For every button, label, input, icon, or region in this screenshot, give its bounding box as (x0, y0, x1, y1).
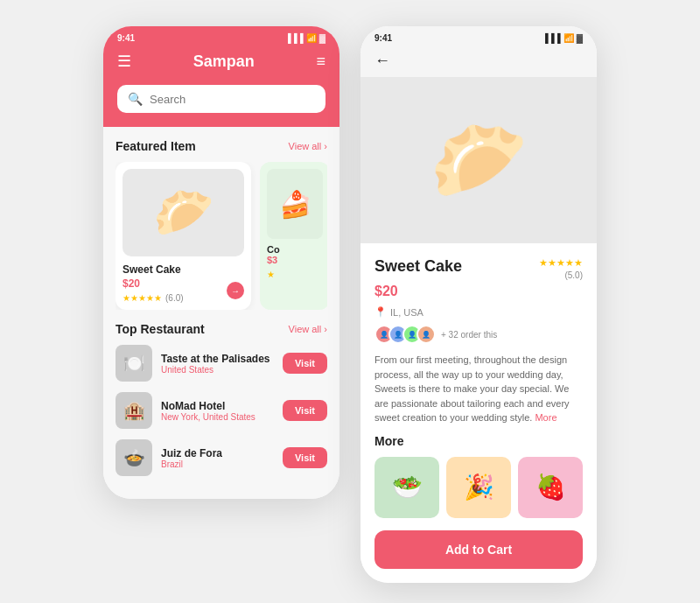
more-img-2[interactable]: 🍓 (518, 457, 583, 518)
restaurant-loc-1: New York, United States (161, 412, 274, 422)
dumpling-emoji: 🥟 (153, 184, 214, 242)
stars-1: ★★★★★ (122, 293, 162, 303)
avatars-group: 👤 👤 👤 👤 (374, 325, 436, 344)
restaurant-info-0: Taste at the Palisades United States (161, 353, 274, 375)
header-1: ☰ Sampan ≡ (103, 46, 340, 85)
food-image-2: 🍰 (267, 169, 323, 239)
wifi-icon-2: 📶 (564, 33, 574, 43)
avatar-4: 👤 (416, 325, 436, 344)
pin-icon: 📍 (374, 306, 387, 318)
detail-price: $20 (374, 284, 583, 299)
restaurant-item-2: 🍲 Juiz de Fora Brazil Visit (116, 439, 327, 476)
stars-2: ★ (267, 270, 275, 279)
search-input-wrap[interactable]: 🔍 (117, 85, 326, 113)
detail-food-name: Sweet Cake (374, 257, 462, 276)
more-img-1[interactable]: 🎉 (446, 457, 511, 518)
rating-count-1: (6.0) (165, 293, 184, 303)
visit-btn-0[interactable]: Visit (283, 353, 327, 374)
top-restaurant-title: Top Restaurant (116, 322, 205, 336)
status-bar-1: 9:41 ▐▐▐ 📶 ▓ (103, 26, 340, 46)
screen-container: 9:41 ▐▐▐ 📶 ▓ ☰ Sampan ≡ 🔍 Featured Item (77, 0, 623, 603)
status-time-1: 9:41 (117, 33, 135, 43)
search-bar: 🔍 (103, 85, 340, 127)
food-name-1: Sweet Cake (122, 263, 244, 276)
food-price-2: $3 (267, 255, 323, 265)
app-title: Sampan (193, 53, 255, 71)
main-body-1: Featured Item View all › 🥟 Sweet Cake $2… (103, 127, 340, 310)
detail-rating-count: (5.0) (564, 270, 583, 280)
detail-title-row: Sweet Cake ★★★★★ (5.0) (374, 257, 583, 280)
restaurant-item-1: 🏨 NoMad Hotel New York, United States Vi… (116, 392, 327, 429)
featured-section-header: Featured Item View all › (116, 139, 327, 153)
avatars-row: 👤 👤 👤 👤 + 32 order this (374, 325, 583, 344)
status-bar-2: 9:41 ▐▐▐ 📶 ▓ (360, 26, 597, 46)
food-name-2: Co (267, 244, 323, 255)
visit-btn-1[interactable]: Visit (283, 400, 327, 421)
search-input[interactable] (150, 93, 315, 106)
restaurant-info-2: Juiz de Fora Brazil (161, 447, 274, 469)
featured-scroll: 🥟 Sweet Cake $20 ★★★★★ (6.0) → 🍰 Co $3 ★ (116, 162, 327, 310)
hero-image: 🥟 (360, 77, 597, 243)
order-count: + 32 order this (441, 330, 497, 340)
restaurant-thumb-1: 🏨 (116, 392, 152, 429)
screen-1: 9:41 ▐▐▐ 📶 ▓ ☰ Sampan ≡ 🔍 Featured Item (103, 26, 340, 499)
restaurant-item-0: 🍽️ Taste at the Palisades United States … (116, 345, 327, 382)
back-bar: ← (360, 46, 597, 77)
featured-card-2[interactable]: 🍰 Co $3 ★ (260, 162, 327, 310)
signal-icons-2: ▐▐▐ 📶 ▓ (542, 33, 583, 43)
restaurant-loc-0: United States (161, 365, 274, 375)
signal-icon-2: ▐▐▐ (542, 33, 560, 43)
view-all-restaurants[interactable]: View all › (289, 324, 327, 334)
more-images-grid: 🥗 🎉 🍓 (374, 457, 583, 518)
screen-2: 9:41 ▐▐▐ 📶 ▓ ← 🥟 Sweet Cake ★★★★★ (5.0) (360, 26, 597, 583)
restaurant-name-0: Taste at the Palisades (161, 353, 274, 365)
restaurants-section: Top Restaurant View all › 🍽️ Taste at th… (103, 310, 340, 499)
detail-stars: ★★★★★ (539, 257, 583, 269)
battery-icon: ▓ (319, 33, 326, 43)
search-icon: 🔍 (128, 92, 143, 106)
view-all-featured[interactable]: View all › (289, 141, 327, 151)
restaurant-name-1: NoMad Hotel (161, 400, 274, 412)
restaurant-thumb-2: 🍲 (116, 439, 152, 476)
signal-icons-1: ▐▐▐ 📶 ▓ (284, 33, 326, 43)
detail-location: 📍 IL, USA (374, 306, 583, 318)
filter-icon[interactable]: ≡ (316, 53, 326, 71)
signal-icon: ▐▐▐ (284, 33, 303, 43)
food-rating-1: ★★★★★ (6.0) (122, 293, 244, 303)
more-link[interactable]: More (535, 412, 556, 423)
visit-btn-2[interactable]: Visit (283, 447, 327, 468)
back-button[interactable]: ← (374, 52, 390, 69)
more-img-0[interactable]: 🥗 (374, 457, 439, 518)
menu-icon[interactable]: ☰ (117, 52, 131, 71)
featured-card-1[interactable]: 🥟 Sweet Cake $20 ★★★★★ (6.0) → (116, 162, 251, 310)
detail-rating-block: ★★★★★ (5.0) (539, 257, 583, 280)
hero-dumpling: 🥟 (430, 115, 528, 207)
status-time-2: 9:41 (374, 33, 392, 43)
location-text: IL, USA (390, 307, 424, 318)
restaurant-section-header: Top Restaurant View all › (116, 322, 327, 336)
more-section-title: More (374, 434, 583, 448)
add-to-cart-button[interactable]: Add to Cart (374, 530, 583, 569)
battery-icon-2: ▓ (577, 33, 583, 43)
restaurant-name-2: Juiz de Fora (161, 447, 274, 459)
restaurant-info-1: NoMad Hotel New York, United States (161, 400, 274, 422)
detail-body: Sweet Cake ★★★★★ (5.0) $20 📍 IL, USA 👤 👤… (360, 243, 597, 583)
food-image-1: 🥟 (122, 169, 244, 256)
detail-description: From our first meeting, throughout the d… (374, 353, 583, 425)
featured-title: Featured Item (116, 139, 196, 153)
wifi-icon: 📶 (306, 33, 317, 43)
arrow-btn-1[interactable]: → (227, 282, 244, 299)
food-price-1: $20 (122, 277, 244, 290)
restaurant-loc-2: Brazil (161, 459, 274, 469)
restaurant-thumb-0: 🍽️ (116, 345, 152, 382)
